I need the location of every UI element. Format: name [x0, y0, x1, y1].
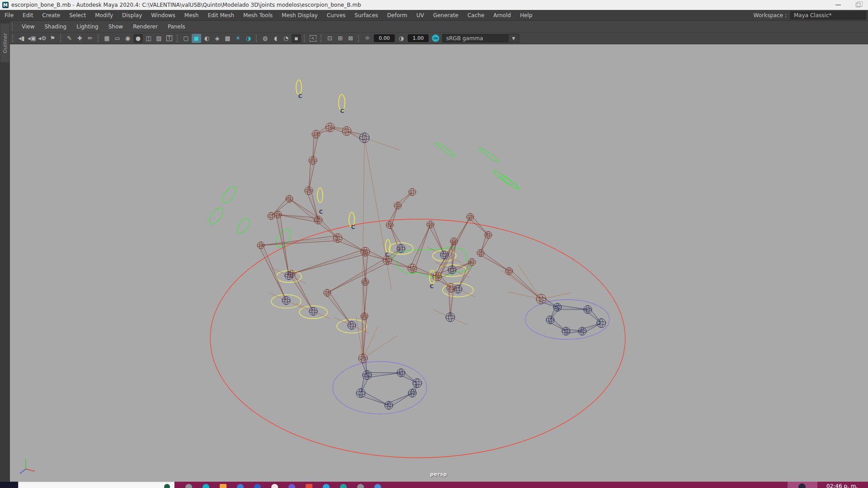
- toolbar-separator: [177, 35, 179, 42]
- claw-control-curve: [333, 361, 427, 414]
- menu-surfaces[interactable]: Surfaces: [350, 10, 382, 21]
- taskbar-app-icon[interactable]: [306, 484, 312, 488]
- active-app-button[interactable]: [788, 482, 817, 488]
- menu-file[interactable]: File: [0, 10, 18, 21]
- colorspace-dropdown[interactable]: sRGB gamma ▼: [442, 34, 519, 42]
- menu-edit-mesh[interactable]: Edit Mesh: [203, 10, 239, 21]
- taskbar-app-icon[interactable]: [185, 484, 192, 488]
- taskbar-app-icon[interactable]: [288, 484, 295, 488]
- bookmark-icon[interactable]: ⚑: [48, 34, 57, 43]
- panel-menu-show[interactable]: Show: [104, 23, 128, 30]
- draw-tool-icon[interactable]: ✏: [85, 34, 95, 43]
- pop-out-icon[interactable]: ⊠: [346, 34, 355, 43]
- snapshot-icon: ⊡: [327, 35, 332, 42]
- minimize-button[interactable]: [828, 0, 848, 10]
- plugin-shading-icon[interactable]: ▪: [292, 34, 301, 43]
- menu-edit[interactable]: Edit: [18, 10, 38, 21]
- menu-help[interactable]: Help: [515, 10, 537, 21]
- taskbar-search-input[interactable]: [18, 482, 175, 488]
- menu-generate[interactable]: Generate: [429, 10, 463, 21]
- default-material-icon: ◈: [215, 35, 220, 42]
- isolate-select-icon[interactable]: ↖: [308, 34, 318, 43]
- antialias-icon[interactable]: ◔: [281, 34, 291, 43]
- panel-menu-view[interactable]: View: [17, 23, 39, 30]
- menu-uv[interactable]: UV: [412, 10, 429, 21]
- menu-arnold[interactable]: Arnold: [489, 10, 515, 21]
- outliner-tab[interactable]: Outliner: [0, 23, 9, 62]
- menu-display[interactable]: Display: [118, 10, 146, 21]
- taskbar-app-icon[interactable]: [340, 484, 347, 488]
- panel-menu-shading[interactable]: Shading: [39, 23, 71, 30]
- layered-view-icon[interactable]: ⊞: [335, 34, 345, 43]
- start-button[interactable]: [0, 482, 18, 488]
- master-control-curve: [210, 219, 625, 458]
- smooth-shaded-icon: ◼: [194, 35, 199, 42]
- taskbar-clock[interactable]: 02:46 p. m.: [826, 483, 858, 488]
- gamma-field[interactable]: [408, 34, 429, 42]
- toolbar-separator: [321, 35, 322, 42]
- contrast-icon[interactable]: ◑: [396, 34, 406, 43]
- track-tool-icon[interactable]: ✚: [75, 34, 85, 43]
- menu-create[interactable]: Create: [38, 10, 65, 21]
- scene-wireframe[interactable]: CCCCCC: [0, 0, 868, 488]
- wireframe-on-shaded-icon[interactable]: ▩: [223, 34, 232, 43]
- taskbar-app-icon[interactable]: [357, 484, 364, 488]
- safe-title-icon[interactable]: T: [165, 34, 174, 43]
- menu-select[interactable]: Select: [65, 10, 90, 21]
- scorpion-rig[interactable]: [257, 123, 606, 409]
- menu-mesh-tools[interactable]: Mesh Tools: [239, 10, 277, 21]
- main-menubar: FileEditCreateSelectModifyDisplayWindows…: [0, 10, 868, 21]
- camera-lock-icon[interactable]: ◂▣: [27, 34, 37, 43]
- grid-icon[interactable]: ▦: [102, 34, 112, 43]
- grease-pencil-icon[interactable]: ✎: [65, 34, 74, 43]
- chevron-down-icon[interactable]: ▼: [509, 34, 519, 42]
- camera-gear-icon[interactable]: ◂⚙: [38, 34, 47, 43]
- teardrop-control-curve: [317, 188, 323, 202]
- gamma-on-toggle[interactable]: ON: [432, 34, 439, 42]
- toolbar-grip[interactable]: [12, 23, 14, 30]
- taskbar-app-icon[interactable]: [254, 484, 261, 488]
- restore-button[interactable]: [848, 0, 868, 10]
- taskbar-app-icon[interactable]: [374, 484, 381, 488]
- film-gate-icon[interactable]: ▭: [113, 34, 122, 43]
- camera-icon[interactable]: ◂▮: [17, 34, 26, 43]
- lighting-icon[interactable]: ☀: [233, 34, 243, 43]
- menu-deform[interactable]: Deform: [382, 10, 412, 21]
- toolbar-grip[interactable]: [12, 35, 14, 42]
- panel-menu-renderer[interactable]: Renderer: [128, 23, 163, 30]
- snapshot-icon[interactable]: ⊡: [325, 34, 335, 43]
- exposure-icon[interactable]: ☼: [363, 34, 372, 43]
- taskbar-app-icon[interactable]: [237, 484, 244, 488]
- menu-windows[interactable]: Windows: [146, 10, 180, 21]
- antialias-icon: ◔: [283, 35, 288, 42]
- panel-menu-lighting[interactable]: Lighting: [71, 23, 104, 30]
- taskbar-app-icon[interactable]: [271, 484, 278, 488]
- menu-cache[interactable]: Cache: [463, 10, 489, 21]
- gate-mask-icon[interactable]: ●: [133, 34, 143, 43]
- image-plane-icon[interactable]: ▨: [154, 34, 164, 43]
- safe-action-icon[interactable]: ◫: [144, 34, 153, 43]
- taskbar-app-icon[interactable]: [323, 484, 330, 488]
- default-material-icon[interactable]: ◈: [212, 34, 222, 43]
- occlusion-icon[interactable]: ◍: [260, 34, 270, 43]
- textured-icon[interactable]: ◐: [202, 34, 212, 43]
- menu-mesh[interactable]: Mesh: [180, 10, 203, 21]
- panel-menu-panels[interactable]: Panels: [163, 23, 190, 30]
- colorspace-value: sRGB gamma: [446, 35, 483, 42]
- toolbar-separator: [304, 35, 306, 42]
- wireframe-icon[interactable]: ▢: [181, 34, 191, 43]
- smooth-shaded-icon[interactable]: ◼: [192, 34, 201, 43]
- menu-mesh-display[interactable]: Mesh Display: [277, 10, 322, 21]
- exposure-field[interactable]: [374, 34, 395, 42]
- controller-curves[interactable]: CCCCCC: [207, 80, 625, 458]
- shadows-icon[interactable]: ◑: [244, 34, 253, 43]
- taskbar-app-icon[interactable]: [220, 484, 226, 488]
- image-plane-icon: ▨: [156, 35, 161, 42]
- workspace-dropdown[interactable]: Maya Classic*: [790, 11, 866, 19]
- taskbar-app-icon[interactable]: [203, 484, 209, 488]
- menu-modify[interactable]: Modify: [90, 10, 118, 21]
- resolution-gate-icon[interactable]: ◉: [123, 34, 132, 43]
- motion-blur-icon[interactable]: ◖: [271, 34, 280, 43]
- menu-curves[interactable]: Curves: [322, 10, 350, 21]
- motion-blur-icon: ◖: [274, 35, 277, 42]
